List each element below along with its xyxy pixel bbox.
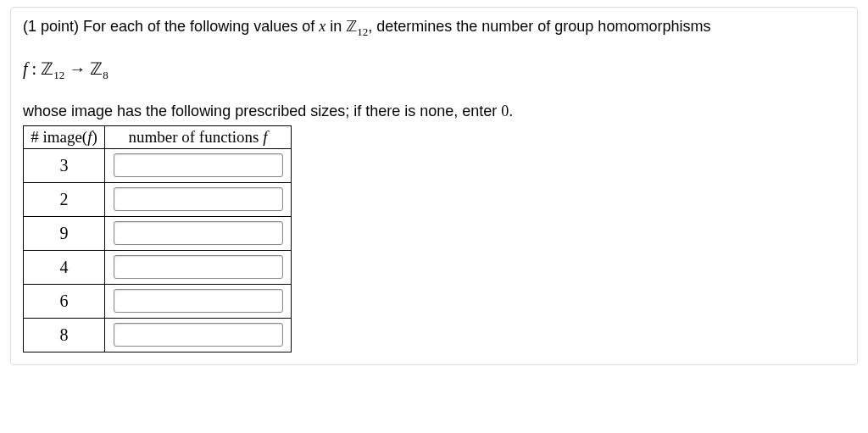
problem-line-1: (1 point) For each of the following valu… xyxy=(23,16,845,40)
text: whose image has the following prescribed… xyxy=(23,103,501,119)
blackboard-z: ℤ xyxy=(90,59,103,78)
image-size-cell: 2 xyxy=(24,182,105,216)
answer-input[interactable] xyxy=(114,289,283,313)
text: . xyxy=(509,103,513,119)
answer-input[interactable] xyxy=(114,187,283,211)
table-row: 9 xyxy=(24,216,292,250)
points-label: (1 point) xyxy=(23,18,83,35)
image-size-cell: 9 xyxy=(24,216,105,250)
image-size-cell: 3 xyxy=(24,148,105,182)
set-z12: ℤ12 xyxy=(346,18,368,35)
image-size-cell: 6 xyxy=(24,284,105,318)
zero: 0 xyxy=(501,103,509,119)
text: in xyxy=(326,18,346,35)
header-num-functions: number of functions f xyxy=(105,125,292,148)
blackboard-z: ℤ xyxy=(41,59,53,78)
var-f: f xyxy=(263,128,267,146)
problem-container: (1 point) For each of the following valu… xyxy=(10,7,858,365)
text: ) xyxy=(92,128,97,146)
answer-cell xyxy=(105,216,292,250)
answer-input[interactable] xyxy=(114,255,283,279)
text: , determines the number of group homomor… xyxy=(368,18,710,35)
colon: : xyxy=(28,59,42,78)
answer-input[interactable] xyxy=(114,221,283,245)
function-definition: f : ℤ12 → ℤ8 xyxy=(23,58,845,82)
var-x: x xyxy=(319,18,326,35)
table-row: 3 xyxy=(24,148,292,182)
text: number of functions xyxy=(128,128,263,146)
table-header-row: # image(f) number of functions f xyxy=(24,125,292,148)
answer-cell xyxy=(105,148,292,182)
arrow: → xyxy=(64,59,90,78)
header-image-size: # image(f) xyxy=(24,125,105,148)
answer-cell xyxy=(105,182,292,216)
table-row: 2 xyxy=(24,182,292,216)
table-row: 6 xyxy=(24,284,292,318)
subscript: 8 xyxy=(103,69,108,81)
answer-cell xyxy=(105,318,292,352)
answer-input[interactable] xyxy=(114,323,283,347)
answer-cell xyxy=(105,284,292,318)
table-row: 8 xyxy=(24,318,292,352)
text: For each of the following values of xyxy=(83,18,319,35)
subscript: 12 xyxy=(53,69,64,81)
answer-input[interactable] xyxy=(114,153,283,177)
answer-table: # image(f) number of functions f 3 2 9 xyxy=(23,125,292,353)
answer-cell xyxy=(105,250,292,284)
problem-line-3: whose image has the following prescribed… xyxy=(23,101,845,122)
codomain-z8: ℤ8 xyxy=(90,59,108,78)
subscript: 12 xyxy=(357,25,368,38)
image-size-cell: 4 xyxy=(24,250,105,284)
blackboard-z: ℤ xyxy=(346,18,357,35)
table-row: 4 xyxy=(24,250,292,284)
text: # image( xyxy=(31,128,87,146)
domain-z12: ℤ12 xyxy=(41,59,64,78)
image-size-cell: 8 xyxy=(24,318,105,352)
